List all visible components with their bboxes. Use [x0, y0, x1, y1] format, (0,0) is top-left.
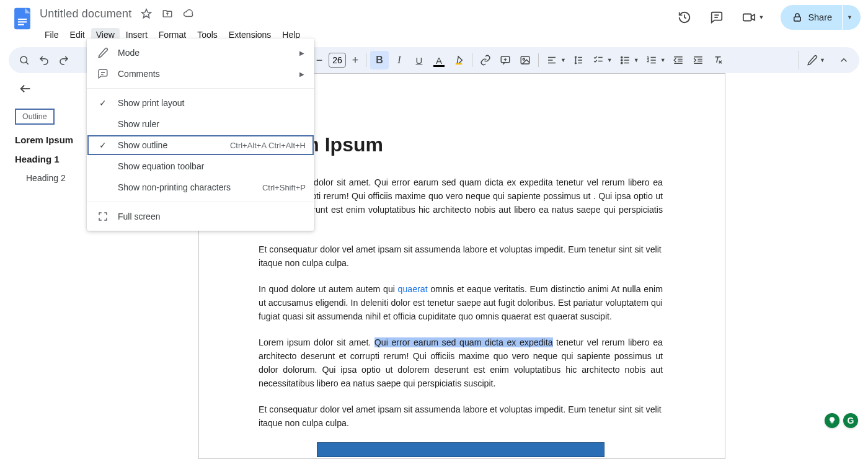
- grammarly-icon[interactable]: G: [843, 413, 858, 428]
- chevron-down-icon[interactable]: ▼: [607, 57, 613, 63]
- menu-nonprinting[interactable]: Show non-printing characters Ctrl+Shift+…: [87, 177, 314, 198]
- svg-rect-2: [18, 19, 27, 20]
- svg-point-11: [20, 56, 27, 63]
- lock-icon: [792, 12, 803, 23]
- add-comment-icon[interactable]: [496, 51, 515, 69]
- comments-icon[interactable]: [708, 9, 725, 26]
- fullscreen-icon: [95, 211, 110, 222]
- search-menus-icon[interactable]: [15, 51, 33, 69]
- numbered-list-icon[interactable]: 12: [642, 51, 661, 69]
- paragraph: Lorem ipsum dolor sit amet. Qui error ea…: [259, 176, 663, 230]
- share-button[interactable]: Share: [781, 5, 842, 30]
- star-icon[interactable]: [140, 7, 153, 20]
- menu-equation-toolbar[interactable]: Show equation toolbar: [87, 156, 314, 177]
- menu-fullscreen[interactable]: Full screen: [87, 206, 314, 227]
- checklist-icon[interactable]: [589, 51, 608, 69]
- svg-point-27: [621, 60, 622, 61]
- chevron-down-icon[interactable]: ▼: [560, 57, 566, 63]
- paragraph: Et consequatur dolor vel amet ipsam sit …: [259, 403, 663, 430]
- chevron-down-icon[interactable]: ▼: [758, 14, 764, 20]
- align-icon[interactable]: [542, 51, 561, 69]
- comment-icon: [95, 68, 110, 79]
- menu-file[interactable]: File: [40, 28, 64, 42]
- share-dropdown[interactable]: ▼: [843, 5, 861, 30]
- titlebar: Untitled document ▼ Share ▼: [0, 4, 868, 24]
- hyperlink[interactable]: quaerat: [398, 284, 428, 294]
- clear-format-icon[interactable]: [709, 51, 727, 69]
- svg-point-28: [621, 62, 622, 63]
- line-spacing-icon[interactable]: [569, 51, 588, 69]
- check-icon: [95, 140, 110, 150]
- svg-marker-9: [751, 14, 755, 20]
- menu-ruler[interactable]: Show ruler: [87, 114, 314, 135]
- document-title[interactable]: Untitled document: [40, 7, 131, 20]
- document-image[interactable]: [317, 442, 604, 457]
- submenu-arrow-icon: ▶: [299, 71, 304, 78]
- svg-text:2: 2: [647, 59, 649, 63]
- editing-mode-icon[interactable]: [803, 51, 822, 69]
- menu-show-outline[interactable]: Show outline Ctrl+Alt+A Ctrl+Alt+H: [87, 135, 314, 156]
- highlight-button[interactable]: [450, 51, 468, 69]
- grammar-ext: G: [825, 413, 858, 428]
- paragraph: Et consequatur dolor vel amet ipsam sit …: [259, 243, 663, 270]
- paragraph: In quod dolore ut autem autem qui quaera…: [259, 282, 663, 323]
- docs-app-icon[interactable]: [11, 7, 33, 30]
- chevron-down-icon[interactable]: ▼: [820, 57, 825, 63]
- bullet-list-icon[interactable]: [616, 51, 634, 69]
- redo-icon[interactable]: [55, 51, 73, 69]
- svg-line-12: [26, 62, 29, 65]
- collapse-toolbar-icon[interactable]: [835, 51, 853, 69]
- svg-rect-4: [18, 24, 24, 25]
- chevron-down-icon[interactable]: ▼: [634, 57, 639, 63]
- link-icon[interactable]: [476, 51, 495, 69]
- check-icon: [95, 98, 110, 108]
- submenu-arrow-icon: ▶: [299, 50, 304, 56]
- document-heading: Lorem Ipsum: [259, 130, 663, 161]
- cloud-status-icon[interactable]: [182, 7, 195, 20]
- increase-font-icon[interactable]: +: [348, 55, 362, 66]
- history-icon[interactable]: [676, 9, 693, 26]
- pencil-icon: [95, 47, 110, 58]
- italic-button[interactable]: I: [390, 51, 409, 69]
- outline-panel-label[interactable]: Outline: [15, 109, 55, 125]
- decrease-font-icon[interactable]: −: [312, 55, 326, 66]
- chevron-down-icon[interactable]: ▼: [660, 57, 666, 63]
- indent-increase-icon[interactable]: [689, 51, 707, 69]
- svg-marker-5: [142, 9, 151, 18]
- undo-icon[interactable]: [35, 51, 53, 69]
- menu-edit[interactable]: Edit: [65, 28, 90, 42]
- move-icon[interactable]: [161, 7, 174, 20]
- suggestion-icon[interactable]: [825, 413, 839, 428]
- paragraph: Lorem ipsum dolor sit amet. Qui error ea…: [259, 336, 663, 390]
- meet-icon[interactable]: [740, 9, 758, 26]
- svg-rect-16: [521, 56, 529, 64]
- view-menu-dropdown: Mode ▶ Comments ▶ Show print layout Show…: [87, 38, 314, 231]
- underline-button[interactable]: U: [410, 51, 428, 69]
- selected-text: Qui error earum sed quam dicta ex expedi…: [374, 337, 553, 347]
- menu-comments[interactable]: Comments ▶: [87, 63, 314, 84]
- indent-decrease-icon[interactable]: [669, 51, 688, 69]
- svg-rect-8: [743, 14, 751, 21]
- share-label: Share: [808, 12, 832, 22]
- svg-point-17: [523, 58, 525, 60]
- font-size-input[interactable]: [329, 53, 346, 68]
- chevron-down-icon: ▼: [847, 14, 852, 20]
- text-color-button[interactable]: A: [430, 51, 448, 69]
- menu-mode[interactable]: Mode ▶: [87, 42, 314, 63]
- bold-button[interactable]: B: [370, 51, 389, 69]
- menu-print-layout[interactable]: Show print layout: [87, 92, 314, 114]
- svg-point-26: [621, 56, 622, 58]
- image-icon[interactable]: [516, 51, 534, 69]
- svg-rect-3: [18, 21, 27, 22]
- svg-rect-10: [794, 17, 801, 21]
